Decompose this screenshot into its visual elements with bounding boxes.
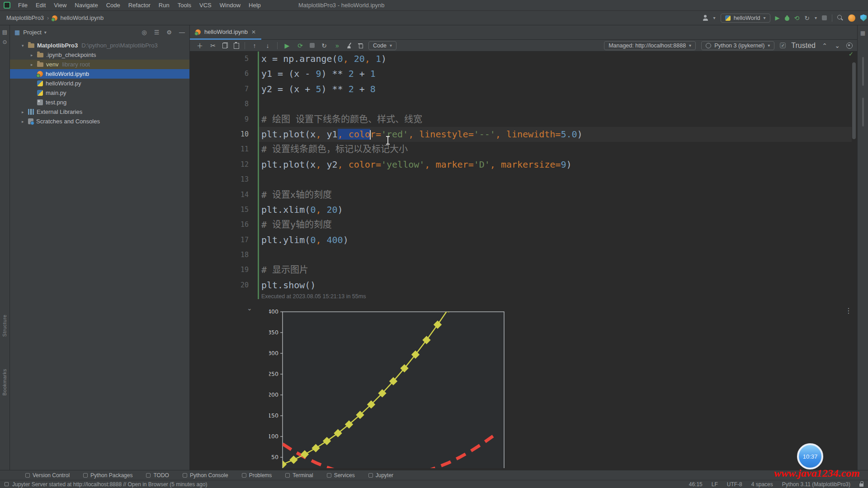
delete-cell-button[interactable] [358, 42, 363, 48]
tree-chevron-icon[interactable]: ▸ [22, 110, 28, 114]
code-line-12[interactable]: plt.plot(x, y2, color='yellow', marker='… [261, 157, 583, 172]
code-line-7[interactable]: y2 = (x + 5) ** 2 + 8 [261, 82, 583, 97]
code-line-8[interactable] [261, 97, 583, 112]
close-tab-icon[interactable]: ✕ [251, 29, 256, 35]
breadcrumb-file[interactable]: helloWorld.ipynb [60, 14, 104, 21]
user-icon[interactable] [703, 15, 708, 21]
code-line-6[interactable]: y1 = (x - 9) ** 2 + 1 [261, 66, 583, 81]
stripe-toolwindow-tab[interactable] [862, 98, 864, 127]
stripe-structure-label[interactable]: Structure [2, 314, 7, 337]
code-line-16[interactable]: # 设置y轴的刻度 [261, 217, 583, 232]
tree-chevron-icon[interactable]: ▾ [22, 43, 28, 48]
cell-type-dropdown[interactable]: Code ▾ [368, 41, 396, 50]
cut-cell-button[interactable]: ✂ [209, 42, 217, 49]
status-segment[interactable]: LF [712, 481, 718, 488]
toolwindow-version-control[interactable]: Version Control [25, 472, 70, 479]
tree-item-matplotlibpro3[interactable]: ▾MatplotlibPro3D:\python_pro\MatplotlibP… [10, 41, 189, 50]
run-config-dropdown[interactable]: helloWorld ▾ [721, 14, 770, 23]
toolwindow-python-packages[interactable]: Python Packages [83, 472, 132, 479]
code-line-11[interactable]: # 设置线条颜色，标记以及标记大小 [261, 142, 583, 157]
toolwindow-python-console[interactable]: Python Console [183, 472, 228, 479]
run-cell-button[interactable]: ▶ [283, 42, 291, 49]
toolwindow-toggle-icon[interactable] [5, 482, 9, 486]
tree-item-helloworld-py[interactable]: helloWorld.py [10, 79, 189, 88]
paste-cell-button[interactable] [234, 42, 239, 48]
tree-item-scratches-and-consoles[interactable]: ▸Scratches and Consoles [10, 117, 189, 126]
output-menu-icon[interactable]: ⋮ [845, 306, 853, 315]
run-button[interactable]: ▶ [775, 14, 780, 21]
scroll-up-cell-icon[interactable]: ⌃ [821, 42, 828, 49]
plugin-ball-icon[interactable] [848, 14, 855, 22]
stripe-bookmarks-label[interactable]: Bookmarks [2, 369, 7, 396]
scroll-down-cell-icon[interactable]: ⌄ [834, 42, 841, 49]
profiler-button[interactable]: ↻ [804, 15, 810, 21]
code-line-20[interactable]: plt.show() [261, 278, 583, 293]
tree-chevron-icon[interactable]: ▸ [31, 53, 37, 57]
code-line-14[interactable]: # 设置x轴的刻度 [261, 188, 583, 202]
tree-chevron-icon[interactable]: ▸ [31, 62, 37, 67]
kernel-dropdown[interactable]: Python 3 (ipykernel) ▾ [701, 41, 774, 50]
notebook-settings-icon[interactable] [846, 42, 853, 49]
status-segment[interactable]: Python 3.11 (MatplotlibPro3) [782, 481, 850, 488]
inspections-ok-icon[interactable]: ✓ [849, 51, 854, 57]
code-line-13[interactable] [261, 172, 583, 187]
tree-chevron-icon[interactable]: ▸ [22, 119, 28, 124]
lock-icon[interactable] [859, 483, 863, 487]
restart-kernel-button[interactable]: ↻ [321, 42, 328, 49]
tree-item-external-libraries[interactable]: ▸External Libraries [10, 107, 189, 117]
menu-item-refactor[interactable]: Refactor [124, 2, 155, 9]
toolwindow-terminal[interactable]: Terminal [285, 472, 313, 479]
menu-item-edit[interactable]: Edit [32, 2, 50, 9]
code-line-18[interactable] [261, 248, 583, 263]
status-segment[interactable]: 4 spaces [751, 481, 773, 488]
menu-item-help[interactable]: Help [245, 2, 265, 9]
toolwindow-jupyter[interactable]: Jupyter [368, 472, 393, 479]
copy-cell-button[interactable] [222, 42, 228, 48]
tree-item-test-png[interactable]: test.png [10, 98, 189, 107]
menu-item-vcs[interactable]: VCS [195, 2, 216, 9]
menu-item-file[interactable]: File [14, 2, 32, 9]
editor-scrollbar[interactable] [852, 62, 856, 139]
tree-item-venv[interactable]: ▸venvlibrary root [10, 60, 189, 69]
code-line-17[interactable]: plt.ylim(0, 400) [261, 233, 583, 248]
search-everywhere-icon[interactable] [837, 15, 843, 21]
code-line-10[interactable]: plt.plot(x, y1, color='red', linestyle='… [261, 127, 583, 142]
layout-stripe-icon[interactable]: ▦ [858, 30, 868, 36]
profiler-dropdown-caret-icon[interactable]: ▾ [815, 15, 817, 20]
code-line-9[interactable]: # 绘图 设置下线条的颜色、样式、线宽 [261, 112, 583, 127]
breadcrumb-project[interactable]: MatplotlibPro3 [6, 14, 44, 21]
code-line-5[interactable]: x = np.arange(0, 20, 1) [261, 52, 583, 66]
move-cell-down-button[interactable]: ↓ [264, 42, 271, 49]
menu-item-run[interactable]: Run [155, 2, 174, 9]
user-dropdown-caret-icon[interactable]: ▾ [713, 15, 716, 20]
menu-item-view[interactable]: View [50, 2, 71, 9]
tree-item--ipynb-checkpoints[interactable]: ▸.ipynb_checkpoints [10, 50, 189, 60]
project-stripe-icon[interactable]: ▤ [0, 29, 9, 35]
tree-item-main-py[interactable]: main.py [10, 88, 189, 98]
tab-helloworld-ipynb[interactable]: helloWorld.ipynb ✕ [190, 25, 261, 40]
menu-item-window[interactable]: Window [216, 2, 245, 9]
settings-icon[interactable]: ⚙ [166, 29, 172, 36]
coverage-button[interactable]: ⟲ [794, 15, 800, 21]
add-cell-button[interactable]: ＋ [196, 42, 203, 49]
stop-button[interactable] [822, 15, 827, 20]
jupyter-server-dropdown[interactable]: Managed: http://localhost:8888 ▾ [604, 41, 696, 50]
collapse-output-icon[interactable]: ⌄ [247, 305, 252, 312]
status-segment[interactable]: 46:15 [689, 481, 703, 488]
collapse-all-icon[interactable]: ☰ [154, 29, 160, 36]
interrupt-kernel-button[interactable] [310, 43, 315, 48]
code-line-19[interactable]: # 显示图片 [261, 263, 583, 277]
tree-item-helloworld-ipynb[interactable]: helloWorld.ipynb [10, 69, 189, 79]
run-all-below-button[interactable]: » [334, 42, 341, 49]
code-line-15[interactable]: plt.xlim(0, 20) [261, 202, 583, 217]
menu-item-code[interactable]: Code [102, 2, 124, 9]
toolwindow-services[interactable]: Services [327, 472, 355, 479]
trusted-checkbox[interactable] [780, 42, 786, 48]
hide-panel-icon[interactable]: — [179, 29, 185, 36]
shield-icon[interactable] [860, 14, 867, 21]
move-cell-up-button[interactable]: ↑ [251, 42, 258, 49]
menu-item-navigate[interactable]: Navigate [71, 2, 102, 9]
commit-stripe-icon[interactable]: ⊙ [0, 39, 9, 45]
status-segment[interactable]: UTF-8 [727, 481, 742, 488]
clear-outputs-button[interactable] [347, 42, 352, 48]
